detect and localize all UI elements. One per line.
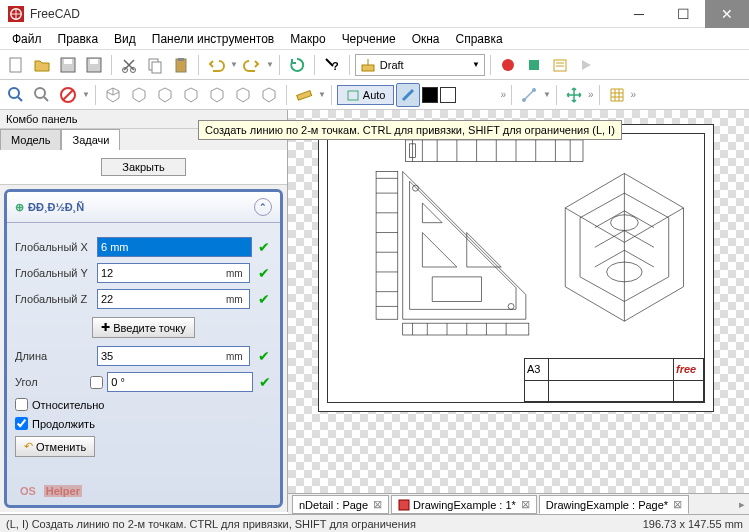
length-input[interactable] xyxy=(97,346,250,366)
toolbar-view: ▼ ▼ Auto » ▼ » » xyxy=(0,80,749,110)
menu-macro[interactable]: Макро xyxy=(282,29,333,49)
view-front-button[interactable] xyxy=(127,83,151,107)
svg-point-17 xyxy=(9,88,19,98)
record-macro-button[interactable] xyxy=(496,53,520,77)
line-color-button[interactable] xyxy=(440,87,456,103)
face-color-button[interactable] xyxy=(422,87,438,103)
svg-rect-11 xyxy=(178,58,184,61)
undo-button[interactable] xyxy=(204,53,228,77)
svg-rect-3 xyxy=(64,59,72,64)
tab-model[interactable]: Модель xyxy=(0,129,61,150)
view-iso-button[interactable] xyxy=(101,83,125,107)
cut-button[interactable] xyxy=(117,53,141,77)
format-cell: A3 xyxy=(525,359,549,380)
view-right-button[interactable] xyxy=(179,83,203,107)
zoom-selection-button[interactable] xyxy=(30,83,54,107)
auto-group-button[interactable]: Auto xyxy=(337,85,395,105)
line-task-icon: ⊕ xyxy=(15,201,24,214)
view-top-button[interactable] xyxy=(153,83,177,107)
zoom-fit-button[interactable] xyxy=(4,83,28,107)
continue-checkbox[interactable] xyxy=(15,417,28,430)
minimize-button[interactable]: ─ xyxy=(617,0,661,28)
global-z-label: Глобальный Z xyxy=(15,293,93,305)
doc-tab-2[interactable]: DrawingExample : Page*⊠ xyxy=(539,495,689,514)
global-x-input[interactable] xyxy=(97,237,252,257)
status-bar: (L, I) Создать линию по 2-м точкам. CTRL… xyxy=(0,514,749,532)
close-task-button[interactable]: Закрыть xyxy=(101,158,185,176)
enter-point-button[interactable]: ✚Введите точку xyxy=(92,317,195,338)
line-dropdown[interactable]: ▼ xyxy=(543,90,551,99)
redo-button[interactable] xyxy=(240,53,264,77)
doc-tab-1[interactable]: DrawingExample : 1*⊠ xyxy=(391,495,537,514)
menu-help[interactable]: Справка xyxy=(448,29,511,49)
open-button[interactable] xyxy=(30,53,54,77)
svg-rect-21 xyxy=(348,91,358,100)
svg-rect-26 xyxy=(376,171,398,319)
angle-lock-checkbox[interactable] xyxy=(90,376,103,389)
execute-macro-button[interactable] xyxy=(574,53,598,77)
drawing-canvas[interactable]: A3 free xyxy=(288,110,749,512)
toolbar-overflow-1[interactable]: » xyxy=(500,89,506,100)
menu-windows[interactable]: Окна xyxy=(404,29,448,49)
measure-button[interactable] xyxy=(292,83,316,107)
global-y-label: Глобальный Y xyxy=(15,267,93,279)
status-coords: 196.73 x 147.55 mm xyxy=(643,518,743,530)
workbench-label: Draft xyxy=(380,59,404,71)
new-button[interactable] xyxy=(4,53,28,77)
menu-view[interactable]: Вид xyxy=(106,29,144,49)
stop-macro-button[interactable] xyxy=(522,53,546,77)
cancel-button[interactable]: ↶Отменить xyxy=(15,436,95,457)
undo-dropdown[interactable]: ▼ xyxy=(230,60,238,69)
menu-toolbars[interactable]: Панели инструментов xyxy=(144,29,282,49)
tab-close-icon[interactable]: ⊠ xyxy=(373,498,382,511)
measure-dropdown[interactable]: ▼ xyxy=(318,90,326,99)
construction-mode-button[interactable] xyxy=(396,83,420,107)
tabs-scroll-right[interactable]: ▸ xyxy=(739,498,745,511)
toolbar-overflow-3[interactable]: » xyxy=(631,89,637,100)
snap-grid-button[interactable] xyxy=(605,83,629,107)
move-tool-button[interactable] xyxy=(562,83,586,107)
draw-style-button[interactable] xyxy=(56,83,80,107)
global-y-input[interactable] xyxy=(97,263,250,283)
menu-draft[interactable]: Черчение xyxy=(334,29,404,49)
svg-point-14 xyxy=(502,59,514,71)
svg-rect-15 xyxy=(529,60,539,70)
tab-close-icon[interactable]: ⊠ xyxy=(521,498,530,511)
collapse-button[interactable]: ⌃ xyxy=(254,198,272,216)
tab-tasks[interactable]: Задачи xyxy=(61,129,120,150)
toolbar-main: ▼ ▼ ? Draft ▼ xyxy=(0,50,749,80)
global-z-input[interactable] xyxy=(97,289,250,309)
doc-tab-0[interactable]: nDetail : Page⊠ xyxy=(292,495,389,514)
svg-text:?: ? xyxy=(332,60,339,72)
redo-dropdown[interactable]: ▼ xyxy=(266,60,274,69)
toolbar-overflow-2[interactable]: » xyxy=(588,89,594,100)
angle-label: Угол xyxy=(15,376,86,388)
workbench-selector[interactable]: Draft ▼ xyxy=(355,54,485,76)
svg-rect-20 xyxy=(297,90,312,99)
save-button[interactable] xyxy=(56,53,80,77)
close-button[interactable]: ✕ xyxy=(705,0,749,28)
maximize-button[interactable]: ☐ xyxy=(661,0,705,28)
svg-point-18 xyxy=(35,88,45,98)
copy-button[interactable] xyxy=(143,53,167,77)
line-tool-button[interactable] xyxy=(517,83,541,107)
title-block: A3 free xyxy=(524,358,704,402)
tab-close-icon[interactable]: ⊠ xyxy=(673,498,682,511)
save-as-button[interactable] xyxy=(82,53,106,77)
view-bottom-button[interactable] xyxy=(231,83,255,107)
menu-file[interactable]: Файл xyxy=(4,29,50,49)
paste-button[interactable] xyxy=(169,53,193,77)
refresh-button[interactable] xyxy=(285,53,309,77)
svg-point-27 xyxy=(413,185,419,191)
whats-this-button[interactable]: ? xyxy=(320,53,344,77)
menu-edit[interactable]: Правка xyxy=(50,29,107,49)
angle-input[interactable] xyxy=(107,372,253,392)
drawstyle-dropdown[interactable]: ▼ xyxy=(82,90,90,99)
length-label: Длина xyxy=(15,350,93,362)
view-rear-button[interactable] xyxy=(205,83,229,107)
view-left-button[interactable] xyxy=(257,83,281,107)
task-panel: ⊕ ÐÐ¸Ð½Ð¸Ñ ⌃ Глобальный X ✔ Глобальный Y… xyxy=(4,189,283,508)
relative-checkbox[interactable] xyxy=(15,398,28,411)
macros-button[interactable] xyxy=(548,53,572,77)
global-x-label: Глобальный X xyxy=(15,241,93,253)
